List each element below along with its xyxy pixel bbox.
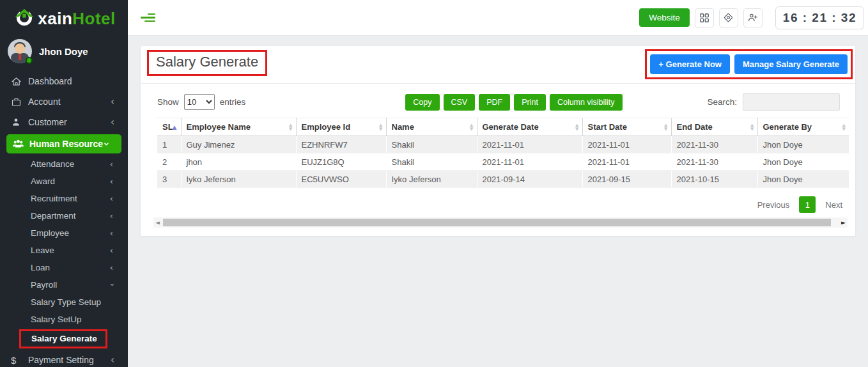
sort-asc-icon: ▲ [173, 123, 177, 130]
users-icon [12, 139, 29, 149]
sidebar-subitem-salary-generate[interactable]: Salary Generate [0, 328, 128, 350]
manage-salary-generate-button[interactable]: Manage Salary Generate [734, 54, 848, 74]
highlight-box: Salary Generate [19, 329, 107, 348]
sidebar-item-dashboard[interactable]: Dashboard [0, 71, 128, 91]
sidebar-subitem-payroll[interactable]: Payroll ‹ [0, 276, 128, 293]
generate-now-button[interactable]: + Generate Now [650, 54, 730, 74]
pagination: Previous 1 Next [141, 196, 842, 213]
sort-icons: ▲▼ [750, 123, 754, 131]
chevron-left-icon: ‹ [110, 229, 113, 237]
chevron-left-icon: ‹ [110, 160, 113, 168]
column-header-employee-name[interactable]: Employee Name▲▼ [181, 118, 296, 136]
briefcase-icon [11, 97, 28, 107]
sidebar-subitem-salary-type-setup[interactable]: Salary Type Setup [0, 293, 128, 311]
page-title: Salary Generate [147, 50, 267, 76]
search-label: Search: [707, 97, 737, 107]
column-visibility-button[interactable]: Column visibility [550, 94, 623, 111]
chevron-left-icon: ‹ [110, 263, 113, 272]
sidebar-toggle-button[interactable] [137, 10, 159, 26]
avatar [8, 39, 32, 63]
sidebar: xainHotel Jhon Doye Dashboard [0, 0, 128, 367]
chevron-left-icon: ‹ [111, 97, 114, 107]
sidebar-item-account[interactable]: Account ‹ [0, 91, 128, 112]
clock-display: 16 : 21 : 32 [775, 6, 864, 29]
salary-generate-table: SL▲ Employee Name▲▼ Employee Id▲▼ Name▲▼… [157, 118, 849, 188]
csv-button[interactable]: CSV [444, 94, 476, 111]
page-length-select[interactable]: 10 [184, 94, 215, 110]
app-logo[interactable]: xainHotel [0, 0, 128, 35]
online-status-dot [26, 57, 33, 64]
chevron-left-icon: ‹ [110, 246, 113, 254]
column-header-end-date[interactable]: End Date▲▼ [671, 118, 757, 136]
sidebar-item-human-resource[interactable]: Human Resource ‹ [6, 134, 121, 153]
table-row: 2 jhon EUJZ1G8Q Shakil 2021-11-01 2021-1… [157, 153, 849, 171]
sort-icons: ▲▼ [664, 123, 667, 131]
compass-button[interactable] [719, 8, 738, 27]
copy-button[interactable]: Copy [405, 94, 439, 111]
website-button[interactable]: Website [639, 8, 690, 27]
add-user-icon [747, 12, 758, 23]
topbar: Website 16 : 21 : 32 [128, 0, 868, 36]
sidebar-subitem-salary-setup[interactable]: Salary SetUp [0, 311, 128, 328]
sidebar-item-label: Customer [28, 117, 67, 127]
table-header-row: SL▲ Employee Name▲▼ Employee Id▲▼ Name▲▼… [157, 118, 849, 136]
card-header: Salary Generate + Generate Now Manage Sa… [141, 46, 855, 84]
column-header-employee-id[interactable]: Employee Id▲▼ [296, 118, 386, 136]
pdf-button[interactable]: PDF [479, 94, 510, 111]
scrollbar-thumb[interactable] [163, 219, 831, 226]
logo-text: xainHotel [38, 9, 116, 29]
previous-page-button[interactable]: Previous [757, 200, 790, 210]
user-icon [11, 117, 28, 127]
sort-icons: ▲▼ [575, 123, 578, 131]
sidebar-item-customer[interactable]: Customer ‹ [0, 112, 128, 132]
sidebar-item-label: Payment Setting [28, 355, 94, 365]
sidebar-subitem-department[interactable]: Department ‹ [0, 207, 128, 224]
table-row: 1 Guy Jimenez EZHNRFW7 Shakil 2021-11-01… [157, 136, 849, 153]
entries-label: entries [220, 97, 246, 107]
user-name: Jhon Doye [39, 46, 88, 57]
sidebar-subitem-employee[interactable]: Employee ‹ [0, 224, 128, 242]
show-label: Show [157, 97, 179, 107]
app-root: xainHotel Jhon Doye Dashboard [0, 0, 868, 367]
current-page-button[interactable]: 1 [799, 196, 816, 213]
hotel-logo-icon [12, 8, 36, 29]
add-user-button[interactable] [743, 8, 763, 27]
compass-icon [723, 12, 734, 23]
sidebar-item-payment-setting[interactable]: $ Payment Setting ‹ [0, 350, 128, 367]
grid-icon [699, 13, 709, 23]
sidebar-item-label: Account [28, 97, 61, 107]
sidebar-subitem-leave[interactable]: Leave ‹ [0, 242, 128, 259]
user-profile[interactable]: Jhon Doye [0, 35, 128, 69]
home-icon [11, 76, 28, 87]
chevron-left-icon: ‹ [111, 355, 114, 365]
dollar-icon: $ [11, 355, 28, 366]
next-page-button[interactable]: Next [825, 200, 842, 210]
sort-icons: ▲▼ [289, 123, 292, 131]
column-header-sl[interactable]: SL▲ [157, 118, 181, 136]
scroll-right-icon[interactable]: ► [841, 219, 846, 226]
column-header-generate-by[interactable]: Generate By▲▼ [757, 118, 849, 136]
chevron-left-icon: ‹ [110, 194, 113, 203]
sidebar-subitem-loan[interactable]: Loan ‹ [0, 259, 128, 276]
sort-icons: ▲▼ [842, 123, 846, 131]
column-header-generate-date[interactable]: Generate Date▲▼ [477, 118, 582, 136]
chevron-down-icon: ‹ [101, 142, 111, 146]
search-input[interactable] [743, 93, 840, 111]
chevron-down-icon: ‹ [107, 283, 116, 286]
search-control: Search: [707, 93, 840, 111]
sidebar-subitem-attendance[interactable]: Attendance ‹ [0, 155, 128, 173]
table-row: 3 Iyko Jeferson EC5UVWSO Iyko Jeferson 2… [157, 171, 849, 188]
sidebar-item-label: Human Resource [29, 139, 103, 149]
chevron-left-icon: ‹ [111, 118, 114, 127]
sidebar-subitem-award[interactable]: Award ‹ [0, 173, 128, 190]
print-button[interactable]: Print [514, 94, 546, 111]
grid-apps-button[interactable] [695, 8, 714, 27]
horizontal-scrollbar[interactable]: ◄ ► [153, 217, 848, 228]
sidebar-subitem-recruitment[interactable]: Recruitment ‹ [0, 190, 128, 207]
sort-icons: ▲▼ [470, 123, 473, 131]
main-content: Salary Generate + Generate Now Manage Sa… [128, 36, 868, 367]
sidebar-item-label: Dashboard [28, 76, 72, 86]
column-header-name[interactable]: Name▲▼ [386, 118, 477, 136]
scroll-left-icon[interactable]: ◄ [155, 219, 160, 226]
column-header-start-date[interactable]: Start Date▲▼ [582, 118, 671, 136]
